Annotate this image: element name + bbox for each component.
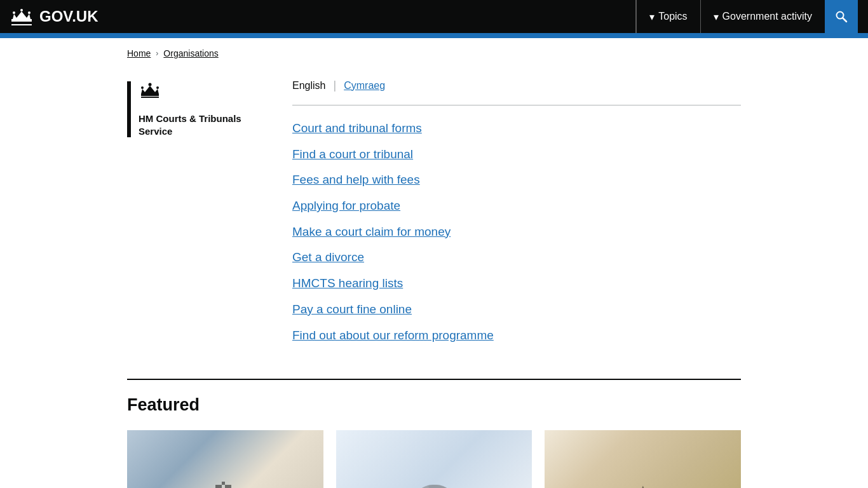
- list-item: Pay a court fine online: [292, 302, 741, 318]
- gov-activity-chevron-icon: ▾: [714, 11, 719, 23]
- breadcrumb-chevron-icon: ›: [156, 49, 158, 58]
- topics-label: Topics: [658, 11, 687, 22]
- svg-point-2: [28, 11, 31, 14]
- featured-card-2: [336, 430, 532, 488]
- gov-activity-label: Government activity: [722, 11, 812, 22]
- featured-card-3: [545, 430, 741, 488]
- svg-rect-3: [11, 19, 32, 22]
- search-button[interactable]: [825, 0, 858, 33]
- featured-title: Featured: [127, 395, 741, 415]
- list-item: Get a divorce: [292, 250, 741, 266]
- gov-uk-text: GOV.UK: [39, 8, 98, 25]
- svg-point-1: [20, 9, 23, 11]
- list-item: HMCTS hearing lists: [292, 276, 741, 292]
- featured-card-1: [127, 430, 323, 488]
- gov-uk-logo[interactable]: GOV.UK: [10, 6, 635, 27]
- svg-point-8: [141, 86, 144, 89]
- breadcrumb-home[interactable]: Home: [127, 48, 151, 58]
- service-link-9[interactable]: Find out about our reform programme: [292, 329, 494, 342]
- service-link-3[interactable]: Fees and help with fees: [292, 173, 420, 186]
- featured-image-court: [127, 430, 323, 488]
- main-content: HM Courts & Tribunals Service English | …: [0, 69, 868, 353]
- breadcrumb-organisations[interactable]: Organisations: [163, 48, 218, 58]
- svg-point-9: [149, 83, 152, 86]
- language-switcher: English | Cymraeg: [292, 79, 741, 105]
- featured-grid: [127, 430, 741, 488]
- service-link-6[interactable]: Get a divorce: [292, 250, 364, 264]
- svg-point-10: [156, 86, 159, 89]
- service-link-1[interactable]: Court and tribunal forms: [292, 121, 422, 135]
- org-logo: HM Courts & Tribunals Service: [127, 81, 267, 137]
- content-area: English | Cymraeg Court and tribunal for…: [292, 69, 741, 353]
- english-lang: English: [292, 80, 325, 92]
- list-item: Find a court or tribunal: [292, 147, 741, 163]
- list-item: Find out about our reform programme: [292, 328, 741, 344]
- list-item: Court and tribunal forms: [292, 121, 741, 137]
- featured-image-headset: [336, 430, 532, 488]
- svg-rect-7: [141, 97, 159, 98]
- site-header: GOV.UK ▾ Topics ▾ Government activity: [0, 0, 868, 33]
- search-icon: [835, 10, 848, 23]
- featured-section: Featured: [0, 380, 868, 488]
- topics-chevron-icon: ▾: [649, 11, 654, 23]
- service-links-list: Court and tribunal formsFind a court or …: [292, 121, 741, 343]
- featured-image-justice: [545, 430, 741, 488]
- hmcts-crest-svg: [139, 81, 161, 104]
- list-item: Make a court claim for money: [292, 224, 741, 240]
- svg-line-5: [843, 18, 846, 22]
- service-link-8[interactable]: Pay a court fine online: [292, 302, 412, 316]
- breadcrumb: Home › Organisations: [0, 38, 868, 69]
- service-link-7[interactable]: HMCTS hearing lists: [292, 276, 403, 290]
- header-nav: ▾ Topics ▾ Government activity: [635, 0, 858, 33]
- gov-activity-button[interactable]: ▾ Government activity: [700, 0, 825, 33]
- list-item: Fees and help with fees: [292, 172, 741, 188]
- org-crest-icon: [139, 81, 267, 107]
- list-item: Applying for probate: [292, 198, 741, 214]
- service-link-2[interactable]: Find a court or tribunal: [292, 147, 413, 161]
- crown-icon: [10, 6, 33, 27]
- lang-divider: |: [333, 79, 336, 92]
- header-blue-bar: [0, 33, 868, 38]
- svg-point-0: [13, 11, 15, 14]
- service-link-5[interactable]: Make a court claim for money: [292, 225, 451, 238]
- sidebar: HM Courts & Tribunals Service: [127, 69, 267, 353]
- svg-rect-6: [141, 94, 159, 96]
- org-name: HM Courts & Tribunals Service: [139, 112, 267, 137]
- topics-button[interactable]: ▾ Topics: [636, 0, 700, 33]
- service-link-4[interactable]: Applying for probate: [292, 199, 400, 212]
- welsh-lang-link[interactable]: Cymraeg: [344, 80, 385, 92]
